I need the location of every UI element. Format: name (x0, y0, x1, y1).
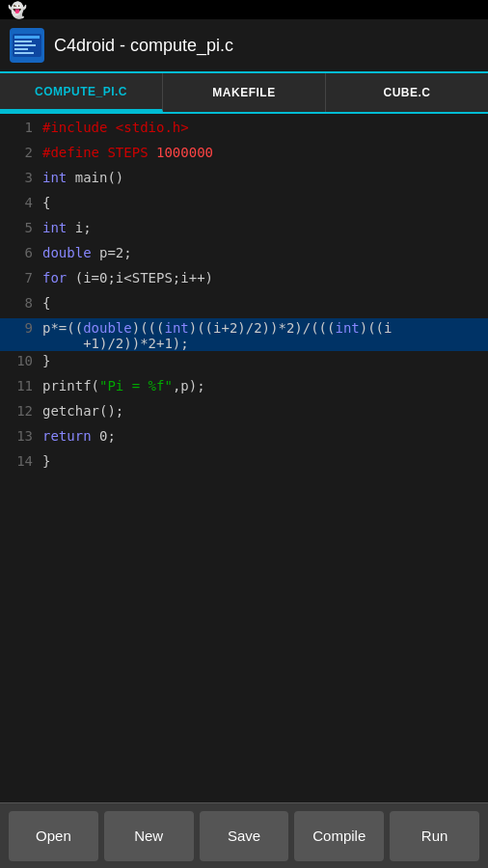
compile-button[interactable]: Compile (294, 811, 384, 861)
svg-rect-2 (14, 36, 40, 39)
svg-rect-3 (14, 41, 32, 42)
tab-bar: COMPUTE_PI.C MAKEFILE CUBE.C (0, 73, 488, 114)
svg-rect-6 (14, 52, 34, 54)
title-bar: C4droid - compute_pi.c (0, 19, 488, 73)
code-line-3: 3 int main() (0, 168, 488, 193)
app-icon (10, 28, 44, 63)
tab-compute-pi[interactable]: COMPUTE_PI.C (0, 73, 163, 112)
code-line-14: 14 } (0, 451, 488, 476)
open-button[interactable]: Open (9, 811, 98, 861)
code-line-2: 2 #define STEPS 1000000 (0, 143, 488, 168)
tab-makefile[interactable]: MAKEFILE (163, 73, 326, 112)
code-line-4: 4 { (0, 193, 488, 218)
code-line-7: 7 for (i=0;i<STEPS;i++) (0, 268, 488, 293)
svg-rect-4 (14, 44, 36, 46)
svg-rect-5 (14, 48, 28, 50)
code-line-5: 5 int i; (0, 218, 488, 243)
code-editor[interactable]: 1 #include <stdio.h> 2 #define STEPS 100… (0, 114, 488, 802)
code-line-8: 8 { (0, 293, 488, 318)
bottom-toolbar: Open New Save Compile Run (0, 802, 488, 868)
tab-cube-c[interactable]: CUBE.C (326, 73, 488, 112)
code-line-13: 13 return 0; (0, 426, 488, 451)
code-line-12: 12 getchar(); (0, 401, 488, 426)
code-line-11: 11 printf("Pi = %f",p); (0, 376, 488, 401)
app-title: C4droid - compute_pi.c (54, 36, 233, 56)
status-bar: 👻 (0, 0, 488, 19)
code-line-1: 1 #include <stdio.h> (0, 118, 488, 143)
new-button[interactable]: New (104, 811, 194, 861)
run-button[interactable]: Run (390, 811, 479, 861)
ghost-icon: 👻 (8, 1, 27, 19)
save-button[interactable]: Save (200, 811, 289, 861)
code-line-6: 6 double p=2; (0, 243, 488, 268)
code-line-10: 10 } (0, 351, 488, 376)
code-line-9: 9 p*=((double)(((int)((i+2)/2))*2)/(((in… (0, 318, 488, 351)
